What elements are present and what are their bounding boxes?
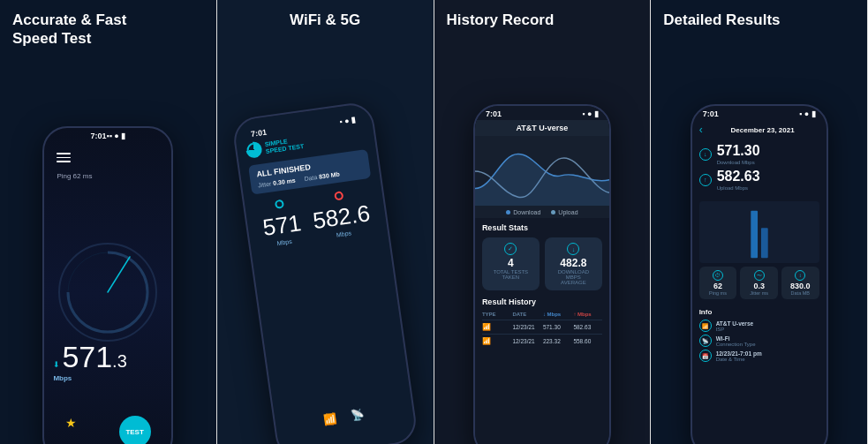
total-tests-val: 4 — [487, 257, 534, 269]
download-icon-4: ↓ — [699, 148, 712, 161]
row2-date: 12/23/21 — [512, 338, 541, 344]
panel-2-title: WiFi & 5G — [230, 11, 421, 29]
col-up: ↑ Mbps — [573, 312, 602, 317]
test-label-1: TEST — [125, 428, 143, 436]
detail-date: December 23, 2021 — [706, 126, 819, 134]
isp-val-4: AT&T U-verse — [716, 320, 754, 327]
status-icons-3: ▪ ● ▮ — [582, 109, 599, 118]
upload-val-4: 582.63 — [717, 169, 760, 184]
status-time-4: 7:01 — [703, 109, 719, 118]
download-legend: Download — [506, 209, 540, 215]
total-tests-card: ✓ 4 TOTAL TESTSTAKEN — [482, 237, 540, 290]
total-tests-label: TOTAL TESTSTAKEN — [487, 269, 534, 280]
data-label-4: Data MB — [785, 290, 816, 296]
phone-screen-1: 7:01 ▪▪ ● ▮ Ping 62 ms ⬇ 571 .3 — [44, 128, 171, 444]
panel-speed-test: Accurate & FastSpeed Test 7:01 ▪▪ ● ▮ Pi… — [0, 0, 217, 444]
ping-label-1: Ping 62 ms — [57, 172, 92, 180]
avg-download-card: ↓ 482.8 DOWNLOAD MBPSAVERAGE — [545, 237, 602, 290]
download-label-4: Download Mbps — [717, 160, 760, 165]
info-section-4: Info 📶 AT&T U-verse ISP 📡 Wi-Fi Connecti… — [692, 305, 826, 368]
history-row-1: 📶 12/23/21 571.30 582.63 — [482, 320, 602, 334]
speed-unit-1: Mbps — [53, 374, 72, 382]
speed-decimal-1: .3 — [112, 351, 127, 372]
result-history-title: Result History — [482, 297, 602, 306]
small-metrics-4: ⏱ 62 Ping ms 〜 0.3 Jitter ms ↕ 830.0 Dat… — [692, 267, 826, 299]
status-icons-4: ▪ ● ▮ — [799, 109, 816, 118]
checkmark-icon: ✓ — [504, 243, 517, 255]
download-icon-stats: ↓ — [567, 243, 579, 255]
isp-icon-4: 📶 — [699, 320, 712, 332]
connection-val-4: Wi-Fi — [716, 335, 756, 342]
calendar-icon-4: 📅 — [699, 350, 712, 362]
row2-type: 📶 — [482, 337, 511, 345]
cellular-icon-bottom: 📡 — [351, 408, 366, 422]
wifi-icon-4: 📡 — [699, 335, 712, 347]
data-icon-4: ↕ — [795, 270, 805, 281]
status-time-1: 7:01 — [90, 132, 106, 140]
status-icons-1: ▪▪ ● ▮ — [106, 132, 125, 140]
connection-info-row: 📡 Wi-Fi Connection Type — [699, 335, 819, 347]
row2-up: 558.60 — [573, 338, 602, 344]
history-row-2: 📶 12/23/21 223.32 558.60 — [482, 334, 602, 348]
upload-legend: Upload — [551, 209, 577, 215]
result-stats-section: Result Stats ✓ 4 TOTAL TESTSTAKEN ↓ 482.… — [475, 218, 609, 353]
panel-detailed: Detailed Results 7:01 ▪ ● ▮ ‹ December 2… — [651, 0, 868, 444]
info-title-4: Info — [699, 308, 819, 316]
upload-legend-label: Upload — [558, 209, 577, 215]
panel-wifi-5g: WiFi & 5G 7:01 ▪ ● ▮ SIMPLESPEED TEST — [217, 0, 434, 444]
row1-type: 📶 — [482, 323, 511, 331]
ping-small-metric: ⏱ 62 Ping ms — [699, 267, 737, 299]
data-val-4: 830.0 — [785, 282, 816, 290]
wifi-icon-row2: 📶 — [482, 337, 491, 345]
jitter-label-4: Jitter ms — [743, 290, 774, 296]
speed-row-2: 571 Mbps 582.6 Mbps — [253, 186, 379, 248]
timestamp-label-4: Date & Time — [716, 357, 762, 362]
bottom-nav-1: ★ TEST — [44, 416, 171, 444]
test-button-1[interactable]: TEST — [119, 416, 151, 444]
upload-legend-dot — [551, 210, 555, 214]
isp-info-row: 📶 AT&T U-verse ISP — [699, 320, 819, 332]
back-icon-4[interactable]: ‹ — [699, 124, 703, 136]
svg-point-3 — [247, 143, 261, 157]
timestamp-val-4: 12/23/21-7:01 pm — [716, 350, 762, 357]
jitter-val-4: 0.3 — [743, 282, 774, 290]
isp-label-4: ISP — [716, 327, 754, 332]
speed-value-1: 571 — [62, 342, 112, 372]
row1-down: 571.30 — [543, 324, 572, 330]
speed-gauge-svg — [50, 235, 165, 350]
svg-line-2 — [108, 257, 130, 292]
row1-up: 582.63 — [573, 324, 602, 330]
status-bar-1: 7:01 ▪▪ ● ▮ — [79, 128, 136, 142]
panel-3-title: History Record — [447, 11, 638, 29]
p4-content: 7:01 ▪ ● ▮ ‹ December 23, 2021 ↓ 571.30 … — [692, 106, 826, 444]
hamburger-menu-icon — [57, 153, 71, 165]
history-header: TYPE DATE ↓ Mbps ↑ Mbps — [482, 312, 602, 317]
p4-header: ‹ December 23, 2021 — [692, 120, 826, 139]
panel-history: History Record 7:01 ▪ ● ▮ AT&T U-verse — [434, 0, 652, 444]
connection-label-4: Connection Type — [716, 342, 756, 347]
speed-chart-3 — [475, 136, 609, 207]
timestamp-info-row: 📅 12/23/21-7:01 pm Date & Time — [699, 350, 819, 362]
jitter-stat: Jitter 0.30 ms — [258, 177, 296, 189]
wifi-icon-bottom: 📶 — [323, 412, 338, 426]
jitter-small-metric: 〜 0.3 Jitter ms — [740, 267, 778, 299]
upload-metric-row: ↑ 582.63 Upload Mbps — [699, 169, 819, 191]
upload-dot — [334, 191, 343, 200]
upload-icon-4: ↑ — [699, 174, 712, 186]
star-icon-1: ★ — [65, 416, 77, 444]
col-down: ↓ Mbps — [543, 312, 572, 317]
panel-4-title: Detailed Results — [663, 11, 855, 29]
stats-cards: ✓ 4 TOTAL TESTSTAKEN ↓ 482.8 DOWNLOAD MB… — [482, 237, 602, 290]
phone-screen-3: 7:01 ▪ ● ▮ AT&T U-verse — [475, 106, 609, 444]
row2-down: 223.32 — [543, 338, 572, 344]
chart-legend-3: Download Upload — [475, 207, 609, 218]
ping-val-4: 62 — [703, 282, 734, 290]
status-time-3: 7:01 — [486, 109, 502, 118]
isp-name-3: AT&T U-verse — [482, 124, 602, 132]
col-type: TYPE — [482, 312, 511, 317]
row1-date: 12/23/21 — [512, 324, 541, 330]
ping-icon-4: ⏱ — [713, 270, 723, 281]
status-bar-3: 7:01 ▪ ● ▮ — [475, 106, 609, 120]
data-small-metric: ↕ 830.0 Data MB — [781, 267, 819, 299]
download-speed-2: 571 Mbps — [260, 197, 304, 248]
